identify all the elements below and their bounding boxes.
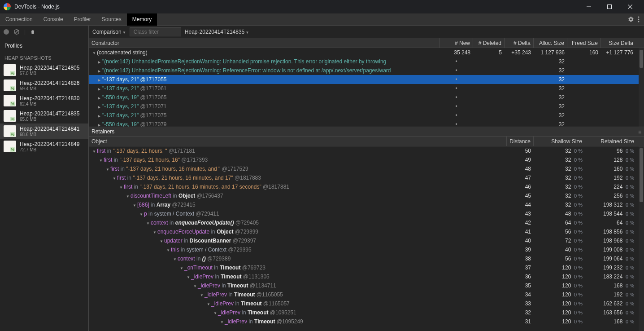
close-button[interactable] [620,0,640,13]
expand-icon[interactable] [92,148,97,154]
clear-button[interactable] [13,29,20,35]
snapshot-item[interactable]: Heap-20220414T214849 72.7 MB [0,139,88,154]
expand-icon[interactable] [193,282,198,289]
snapshot-item[interactable]: Heap-20220414T214835 65.0 MB [0,108,88,124]
table-row[interactable]: "-137 days, 21" @1717061 • 32 [89,84,644,93]
snapshot-size: 72.7 MB [20,147,79,152]
tab-sources[interactable]: Sources [96,13,127,26]
expand-icon[interactable] [98,112,102,119]
tab-profiler[interactable]: Profiler [69,13,96,26]
table-row[interactable]: _idlePrev in Timeout @1165057 33 120 0 %… [89,299,644,308]
constructor-scrollbar[interactable] [639,48,644,127]
expand-icon[interactable] [119,184,124,190]
col-constructor[interactable]: Constructor [89,38,439,48]
col-object[interactable]: Object [89,137,507,146]
table-row[interactable]: "(node:142) UnhandledPromiseRejectionWar… [89,57,644,66]
snapshot-size: 57.0 MB [20,71,79,76]
table-row[interactable]: _idlePrev in Timeout @1131305 36 120 0 %… [89,272,644,281]
snapshot-size: 59.4 MB [20,86,79,91]
expand-icon[interactable] [166,247,171,253]
table-row[interactable]: _onTimeout in Timeout @769723 37 120 0 %… [89,263,644,272]
table-row[interactable]: "-137 days, 21" @1717055 • 32 [89,75,644,84]
table-row[interactable]: "(node:142) UnhandledPromiseRejectionWar… [89,66,644,75]
baseline-snapshot-select[interactable]: Heap-20220414T214835 [185,29,249,35]
table-row[interactable]: "-137 days, 21" @1717075 • 32 [89,111,644,120]
kebab-menu-icon[interactable] [638,16,640,22]
expand-icon[interactable] [139,211,144,217]
snapshot-item[interactable]: Heap-20220414T214830 62.4 MB [0,93,88,108]
expand-icon[interactable] [133,202,137,208]
retainers-drag-handle[interactable]: ≡ [638,129,641,135]
expand-icon[interactable] [92,49,97,56]
expand-icon[interactable] [153,229,157,235]
table-row[interactable]: discountTimeLeft in Object @1756437 45 3… [89,191,644,200]
expand-icon[interactable] [207,300,211,307]
expand-icon[interactable] [146,220,151,226]
table-row[interactable]: _idlePrev in Timeout @1095249 31 120 0 %… [89,317,644,326]
table-row[interactable]: first in "-137 days, 21 hours, 16" @1717… [89,155,644,164]
table-row[interactable]: "-550 days, 19" @1717079 • 32 [89,120,644,127]
expand-icon[interactable] [200,291,205,298]
view-mode-select[interactable]: Comparison [92,29,126,35]
col-sizedelta[interactable]: Size Delta [601,38,636,48]
settings-icon[interactable] [628,16,634,22]
window-title: DevTools - Node.js [14,4,60,10]
snapshot-item[interactable]: Heap-20220414T214805 57.0 MB [0,62,88,78]
col-deleted[interactable]: # Deleted [473,38,505,48]
expand-icon[interactable] [173,256,178,262]
table-row[interactable]: _idlePrev in Timeout @1134711 35 120 0 %… [89,281,644,290]
table-row[interactable]: first in "-137 days, 21 hours, 16 minute… [89,182,644,191]
class-filter-input[interactable] [130,27,181,36]
table-row[interactable]: first in "-137 days, 21 hours, " @171718… [89,146,644,155]
table-row[interactable]: enqueueForceUpdate in Object @729399 41 … [89,227,644,236]
table-row[interactable]: (concatenated string) 35 248 5 +35 243 1… [89,48,644,57]
table-row[interactable]: _idlePrev in Timeout @1165055 34 120 0 %… [89,290,644,299]
expand-icon[interactable] [98,76,102,83]
table-row[interactable]: [686] in Array @729415 44 32 0 % 198 312… [89,200,644,209]
col-freed[interactable]: Freed Size [567,38,601,48]
expand-icon[interactable] [98,58,102,65]
tab-console[interactable]: Console [38,13,69,26]
expand-icon[interactable] [98,121,102,127]
expand-icon[interactable] [213,309,218,316]
table-row[interactable]: context in () @729389 38 56 0 % 199 064 … [89,254,644,263]
expand-icon[interactable] [160,238,164,244]
expand-icon[interactable] [113,175,117,181]
table-row[interactable]: first in "-137 days, 21 hours, 16 minute… [89,164,644,173]
tab-connection[interactable]: Connection [0,13,38,26]
heap-snapshots-section: HEAP SNAPSHOTS [0,52,88,62]
expand-icon[interactable] [180,265,184,271]
minimize-button[interactable] [579,0,599,13]
table-row[interactable]: _idlePrev in Timeout @1095251 32 120 0 %… [89,308,644,317]
tab-memory[interactable]: Memory [127,13,157,26]
retainers-scrollbar[interactable] [639,146,644,331]
svg-point-4 [638,17,640,18]
expand-icon[interactable] [98,103,102,110]
record-button[interactable] [4,29,9,35]
col-alloc[interactable]: Alloc. Size [534,38,567,48]
table-row[interactable]: first in "-137 days, 21 hours, 16 minute… [89,173,644,182]
table-row[interactable]: p in system / Context @729411 43 48 0 % … [89,209,644,218]
expand-icon[interactable] [98,67,102,74]
table-row[interactable]: updater in DiscountBanner @729397 40 72 … [89,236,644,245]
trash-button[interactable] [30,29,35,35]
col-retained[interactable]: Retained Size [585,137,637,146]
maximize-button[interactable] [599,0,620,13]
table-row[interactable]: "-550 days, 19" @1717065 • 32 [89,93,644,102]
col-new[interactable]: # New [439,38,473,48]
expand-icon[interactable] [187,274,191,280]
expand-icon[interactable] [99,157,104,163]
table-row[interactable]: "-137 days, 21" @1717071 • 32 [89,102,644,111]
col-distance[interactable]: Distance [507,137,534,146]
expand-icon[interactable] [98,94,102,101]
expand-icon[interactable] [106,166,110,172]
snapshot-item[interactable]: Heap-20220414T214841 68.6 MB [0,124,88,139]
expand-icon[interactable] [98,85,102,92]
expand-icon[interactable] [220,318,225,325]
expand-icon[interactable] [126,193,131,199]
col-delta[interactable]: # Delta [505,38,534,48]
col-shallow[interactable]: Shallow Size [534,137,585,146]
snapshot-item[interactable]: Heap-20220414T214826 59.4 MB [0,78,88,93]
table-row[interactable]: context in enqueueForceUpdate() @729405 … [89,218,644,227]
table-row[interactable]: this in system / Context @729395 39 40 0… [89,245,644,254]
